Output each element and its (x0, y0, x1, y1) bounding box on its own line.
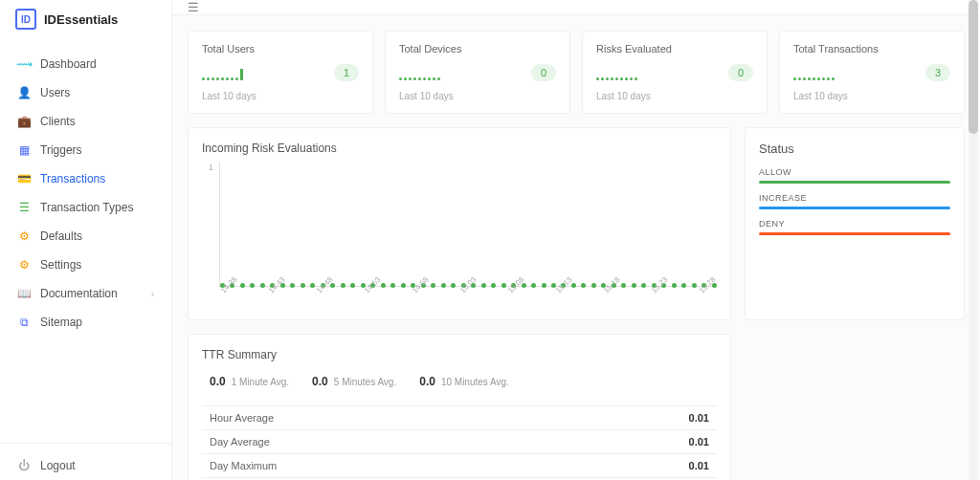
ttr-avg: 0.05 Minutes Avg. (312, 375, 396, 388)
ttr-row: Hour Average0.01 (202, 406, 717, 430)
sliders-icon: ⚙ (17, 229, 31, 243)
chart-point (310, 283, 315, 288)
ttr-avgs: 0.01 Minute Avg.0.05 Minutes Avg.0.010 M… (202, 375, 717, 388)
chart-point (581, 283, 586, 288)
y-tick: 1 (209, 163, 213, 172)
stat-footer: Last 10 days (596, 91, 753, 101)
chart-plot (219, 163, 717, 287)
main-nav: ⟿Dashboard👤Users💼Clients▦Triggers💳Transa… (0, 38, 171, 435)
stat-card-risks-evaluated: Risks Evaluated0Last 10 days (582, 31, 768, 114)
sidebar-item-transaction-types[interactable]: ☰Transaction Types (0, 193, 171, 222)
chart-title: Incoming Risk Evaluations (202, 142, 717, 155)
power-icon: ⏻ (17, 459, 31, 472)
stat-title: Total Devices (399, 43, 556, 55)
nav-label: Defaults (40, 229, 82, 243)
chart-point (451, 283, 456, 288)
chart-point (531, 283, 536, 288)
nav-label: Sitemap (40, 316, 82, 329)
stat-card-total-devices: Total Devices0Last 10 days (385, 31, 570, 114)
chart-point (571, 283, 576, 288)
ttr-avg-value: 0.0 (210, 375, 226, 388)
stat-badge: 0 (728, 64, 753, 81)
page-scrollbar[interactable] (969, 0, 978, 480)
stat-footer: Last 10 days (399, 91, 556, 101)
ttr-table: Hour Average0.01Day Average0.01Day Maxim… (202, 405, 717, 480)
chart-point (381, 283, 386, 288)
sparkline-icon (202, 65, 243, 80)
chart-point (501, 283, 506, 288)
y-axis: 1 (202, 163, 215, 287)
chart-point (290, 283, 295, 288)
chart-point (390, 283, 395, 288)
stat-title: Total Users (202, 43, 359, 55)
sidebar-item-users[interactable]: 👤Users (0, 78, 171, 107)
chart-card-risk-evals: Incoming Risk Evaluations 1 14:3814:4314… (188, 127, 731, 320)
stat-title: Total Transactions (793, 43, 950, 55)
sparkline-icon (596, 65, 637, 80)
ttr-row-label: Hour Average (210, 412, 274, 424)
sidebar-item-clients[interactable]: 💼Clients (0, 107, 171, 136)
chart-point (250, 283, 255, 288)
chart-point (441, 283, 446, 288)
status-card: Status ALLOWINCREASEDENY (745, 127, 965, 320)
ttr-row-value: 0.01 (689, 460, 709, 471)
gear-icon: ⚙ (17, 258, 31, 272)
x-axis: 14:3814:4314:4814:5314:5815:0315:0815:13… (219, 289, 717, 306)
chart-point (692, 283, 697, 288)
ttr-avg-label: 1 Minute Avg. (232, 377, 289, 387)
sidebar-item-dashboard[interactable]: ⟿Dashboard (0, 50, 171, 78)
book-icon: 📖 (17, 287, 31, 300)
stat-card-total-transactions: Total Transactions3Last 10 days (779, 31, 965, 114)
status-bar (759, 207, 950, 209)
chart-point (491, 283, 496, 288)
ttr-summary-card: TTR Summary 0.01 Minute Avg.0.05 Minutes… (188, 334, 731, 480)
chart-point (341, 283, 345, 288)
sidebar-item-sitemap[interactable]: ⧉Sitemap (0, 308, 171, 337)
ttr-row-label: Day Average (210, 436, 270, 447)
nav-label: Dashboard (40, 57, 97, 71)
chart-point (431, 283, 435, 288)
ttr-avg-label: 10 Minutes Avg. (441, 377, 509, 387)
sidebar-item-logout[interactable]: ⏻ Logout (0, 451, 171, 480)
brand-logo[interactable]: ID IDEssentials (0, 0, 171, 38)
ttr-row-value: 0.01 (689, 436, 709, 447)
sparkline-icon (399, 65, 440, 80)
ttr-row-value: 0.01 (689, 412, 709, 424)
stat-badge: 3 (925, 64, 950, 81)
user-icon: 👤 (17, 86, 31, 99)
ttr-avg-label: 5 Minutes Avg. (334, 377, 396, 387)
ttr-avg: 0.01 Minute Avg. (210, 375, 289, 388)
chart-point (632, 283, 636, 288)
grid-icon: ▦ (17, 143, 31, 157)
credit-card-icon: 💳 (17, 172, 31, 185)
hamburger-icon[interactable]: ☰ (188, 0, 199, 14)
sidebar-item-transactions[interactable]: 💳Transactions (0, 164, 171, 193)
nav-label: Settings (40, 258, 81, 272)
ttr-row: Day Average0.01 (202, 430, 717, 454)
ttr-avg: 0.010 Minutes Avg. (419, 375, 509, 388)
chart-point (681, 283, 686, 288)
status-title: Status (759, 142, 950, 156)
sidebar-item-defaults[interactable]: ⚙Defaults (0, 222, 171, 251)
nav-label: Clients (40, 115, 76, 128)
stat-footer: Last 10 days (202, 91, 359, 101)
status-bar (759, 232, 950, 235)
layers-icon: ☰ (17, 201, 31, 214)
ttr-avg-value: 0.0 (419, 375, 435, 388)
chart-point (301, 283, 305, 288)
topbar: ☰ (172, 0, 980, 15)
chart-area: 1 14:3814:4314:4814:5314:5815:0315:0815:… (202, 163, 717, 306)
status-item-deny: DENY (759, 219, 950, 235)
scrollbar-thumb[interactable] (969, 0, 978, 134)
activity-icon: ⟿ (17, 57, 31, 71)
sidebar-item-triggers[interactable]: ▦Triggers (0, 136, 171, 164)
sidebar-item-documentation[interactable]: 📖Documentation› (0, 279, 171, 308)
status-label: INCREASE (759, 193, 950, 203)
main-content: ☰ Total Users1Last 10 daysTotal Devices0… (172, 0, 980, 480)
chart-point (240, 283, 245, 288)
ttr-avg-value: 0.0 (312, 375, 328, 388)
sidebar-item-settings[interactable]: ⚙Settings (0, 251, 171, 279)
chart-point (542, 283, 546, 288)
stats-row: Total Users1Last 10 daysTotal Devices0La… (188, 31, 965, 114)
status-bar (759, 181, 950, 184)
